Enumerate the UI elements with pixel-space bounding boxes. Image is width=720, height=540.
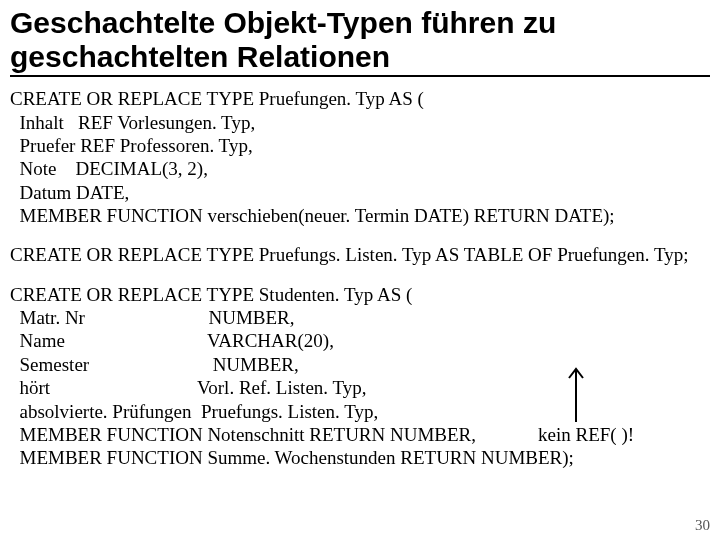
code-line: Note DECIMAL(3, 2), <box>10 157 710 180</box>
code-line: Datum DATE, <box>10 181 710 204</box>
code-line: CREATE OR REPLACE TYPE Pruefungs. Listen… <box>10 243 710 266</box>
code-line: CREATE OR REPLACE TYPE Pruefungen. Typ A… <box>10 87 710 110</box>
code-line: Inhalt REF Vorlesungen. Typ, <box>10 111 710 134</box>
arrow-up-icon <box>566 366 586 424</box>
callout-label: kein REF( )! <box>538 424 634 445</box>
code-line: Pruefer REF Professoren. Typ, <box>10 134 710 157</box>
code-line: MEMBER FUNCTION Summe. Wochenstunden RET… <box>10 446 710 469</box>
slide-number: 30 <box>695 517 710 534</box>
code-line: CREATE OR REPLACE TYPE Studenten. Typ AS… <box>10 283 710 306</box>
code-line: MEMBER FUNCTION verschieben(neuer. Termi… <box>10 204 710 227</box>
slide-title: Geschachtelte Objekt-Typen führen zu ges… <box>10 6 710 77</box>
code-block-2: CREATE OR REPLACE TYPE Pruefungs. Listen… <box>10 243 710 266</box>
code-block-1: CREATE OR REPLACE TYPE Pruefungen. Typ A… <box>10 87 710 227</box>
code-line: Name VARCHAR(20), <box>10 329 710 352</box>
callout: kein REF( )! <box>538 366 688 446</box>
title-line-1: Geschachtelte Objekt-Typen führen zu <box>10 6 556 39</box>
title-line-2: geschachtelten Relationen <box>10 40 390 73</box>
code-line: Matr. Nr NUMBER, <box>10 306 710 329</box>
